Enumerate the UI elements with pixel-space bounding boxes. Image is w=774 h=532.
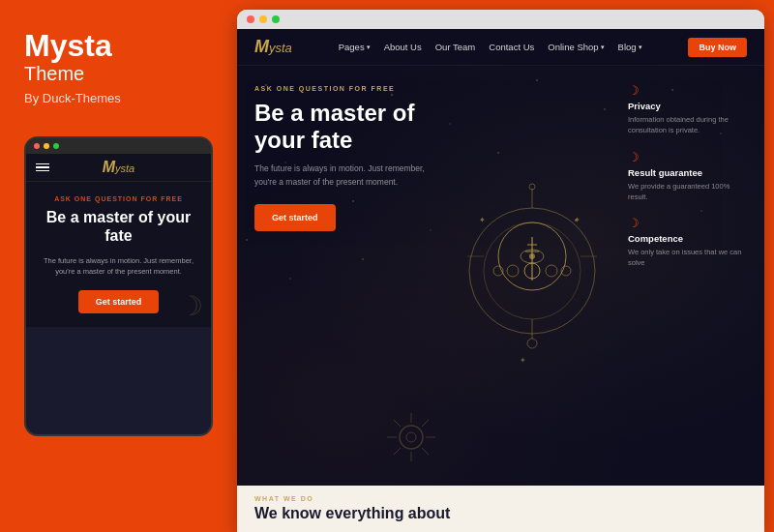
brand-by: By Duck-Themes — [24, 91, 121, 105]
hero-right-features: ☽ Privacy Information obtained during th… — [614, 66, 764, 486]
hero-desc: The future is always in motion. Just rem… — [254, 163, 432, 189]
right-panel: Mysta Pages About Us Our Team Contact Us… — [237, 10, 764, 532]
hero-center-art: ✦ ✦ ✦ — [450, 66, 614, 486]
nav-link-blog[interactable]: Blog — [618, 42, 642, 52]
feature-privacy-desc: Information obtained during the consulta… — [628, 114, 751, 136]
svg-text:✦: ✦ — [574, 216, 580, 224]
svg-point-32 — [529, 253, 535, 259]
feature-competence-title: Competence — [628, 233, 751, 244]
mobile-moon-decoration: ☽ — [179, 290, 203, 322]
desktop-logo: Mysta — [254, 37, 292, 57]
feature-competence-icon: ☽ — [628, 216, 751, 230]
mobile-hero: ASK ONE QUESTION FOR FREE Be a master of… — [26, 182, 211, 327]
desktop-dot-yellow — [259, 15, 267, 23]
nav-link-about[interactable]: About Us — [384, 42, 422, 52]
hero-content: ASK ONE QUESTION FOR FREE Be a master of… — [237, 66, 764, 486]
feature-privacy-icon: ☽ — [628, 83, 751, 98]
mobile-hero-tag: ASK ONE QUESTION FOR FREE — [38, 195, 199, 202]
feature-guarantee: ☽ Result guarantee We provide a guarante… — [628, 150, 751, 203]
feature-guarantee-desc: We provide a guaranteed 100% result. — [628, 181, 751, 203]
nav-link-pages[interactable]: Pages — [339, 42, 371, 52]
what-we-do-section: WHAT WE DO We know everything about — [237, 486, 764, 532]
left-panel: Mysta Theme By Duck-Themes Mysta ASK ONE… — [0, 0, 237, 532]
mobile-dot-yellow — [44, 143, 49, 149]
nav-link-contact[interactable]: Contact Us — [489, 42, 534, 52]
svg-text:✦: ✦ — [520, 356, 526, 365]
desktop-site: Mysta Pages About Us Our Team Contact Us… — [237, 29, 764, 532]
hero-left: ASK ONE QUESTION FOR FREE Be a master of… — [237, 66, 450, 486]
celestial-svg: ✦ ✦ ✦ — [460, 169, 605, 382]
svg-text:✦: ✦ — [479, 216, 486, 224]
mobile-hero-text: The future is always in motion. Just rem… — [38, 255, 199, 278]
feature-guarantee-icon: ☽ — [628, 150, 751, 164]
feature-privacy-title: Privacy — [628, 101, 751, 111]
hero-title: Be a master of your fate — [254, 100, 432, 153]
nav-buy-now-button[interactable]: Buy Now — [688, 38, 747, 57]
desktop-hero: ASK ONE QUESTION FOR FREE Be a master of… — [237, 66, 764, 486]
svg-point-34 — [507, 265, 519, 277]
mobile-logo: Mysta — [103, 159, 135, 176]
what-we-do-title: We know everything about — [254, 505, 747, 522]
nav-link-shop[interactable]: Online Shop — [548, 42, 604, 52]
mobile-hero-title: Be a master of your fate — [38, 208, 199, 245]
mobile-browser-bar — [26, 138, 211, 154]
brand-title: Mysta — [24, 29, 112, 63]
desktop-nav-links: Pages About Us Our Team Contact Us Onlin… — [339, 42, 642, 52]
brand-subtitle: Theme — [24, 63, 84, 85]
mobile-dot-red — [34, 143, 40, 149]
svg-point-36 — [546, 265, 557, 277]
mobile-hamburger-icon[interactable] — [36, 163, 49, 172]
svg-point-43 — [527, 339, 537, 348]
feature-privacy: ☽ Privacy Information obtained during th… — [628, 83, 751, 136]
desktop-dot-red — [247, 15, 254, 23]
desktop-nav: Mysta Pages About Us Our Team Contact Us… — [237, 29, 764, 66]
feature-competence-desc: We only take on issues that we can solve — [628, 247, 751, 269]
hero-tag: ASK ONE QUESTION FOR FREE — [254, 85, 432, 92]
nav-link-team[interactable]: Our Team — [435, 42, 476, 52]
feature-guarantee-title: Result guarantee — [628, 167, 751, 178]
what-we-do-tag: WHAT WE DO — [254, 495, 747, 502]
mobile-dot-green — [53, 143, 59, 149]
mobile-nav: Mysta — [26, 154, 211, 182]
mobile-cta-button[interactable]: Get started — [78, 290, 160, 313]
hero-cta-button[interactable]: Get started — [254, 204, 336, 231]
desktop-browser-bar — [237, 10, 764, 29]
feature-competence: ☽ Competence We only take on issues that… — [628, 216, 751, 269]
desktop-dot-green — [272, 15, 280, 23]
mobile-mockup: Mysta ASK ONE QUESTION FOR FREE Be a mas… — [24, 136, 213, 436]
